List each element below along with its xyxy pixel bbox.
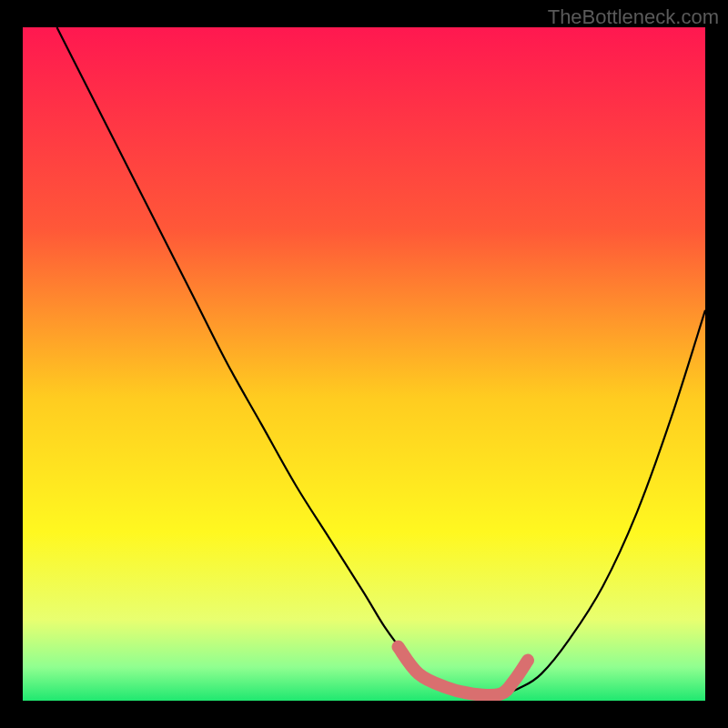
optimal-range-marker xyxy=(399,647,529,695)
chart-curve-layer xyxy=(23,27,705,701)
chart-frame xyxy=(23,27,705,701)
attribution-text: TheBottleneck.com xyxy=(548,5,719,29)
bottleneck-curve xyxy=(57,27,706,695)
